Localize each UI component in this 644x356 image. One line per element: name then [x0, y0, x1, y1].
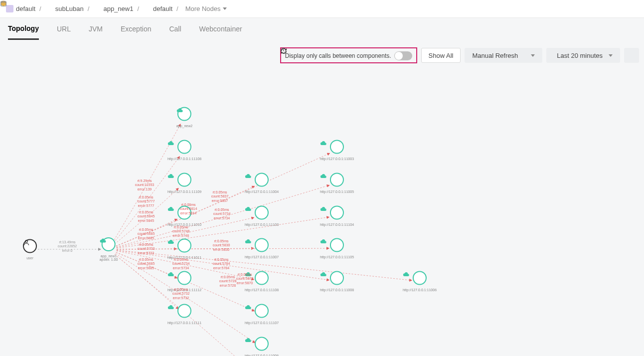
more-nodes-dropdown[interactable]: More Nodes [185, 5, 227, 12]
svg-point-2 [25, 240, 28, 243]
cloud-icon [330, 206, 344, 220]
node-m107[interactable]: http://127.0.0.1:11107 [245, 304, 279, 325]
node-label: http://127.0.0.1:11108 [245, 288, 279, 292]
edge-label: rt:0.05mscount:5685error:5685 [138, 228, 155, 240]
tabs: Topology URL JVM Exception Call Webconta… [0, 18, 644, 40]
node-label: http://127.0.0.1:11007 [245, 255, 279, 259]
cloud-icon [177, 271, 191, 285]
breadcrumb-item-sub[interactable]: subLuban [45, 5, 84, 12]
cloud-icon [177, 107, 191, 121]
tab-webcontainer[interactable]: Webcontainer [199, 18, 242, 40]
node-m04[interactable]: http://127.0.0.1:11004 [245, 173, 279, 193]
node-label: http://127.0.0.1:11111 [167, 321, 201, 325]
node-label: http://127.0.0.1:11005 [320, 190, 354, 193]
edge-label: rt:0.05mscount:5748error:5748 [172, 225, 190, 238]
tab-url[interactable]: URL [57, 18, 71, 40]
node-label: app_new1apdex: 1.00 [100, 254, 118, 261]
breadcrumb: default / subLuban / app_new1 / default … [0, 0, 644, 18]
cloud-icon [255, 304, 269, 318]
node-m06[interactable]: http://127.0.0.1:11006 [245, 337, 279, 356]
node-label: http://127.0.0.1:11109 [167, 190, 201, 193]
node-r05[interactable]: http://127.0.0.1:11005 [320, 173, 354, 193]
cloud-icon [102, 237, 116, 251]
edge-label: rt:0.05mscount:5777error:5777 [138, 195, 155, 208]
user-icon [23, 239, 37, 253]
tab-call[interactable]: Call [169, 18, 181, 40]
edge-label: rt:0.05mscount:5732error:5732 [172, 288, 190, 300]
node-label: http://127.0.0.1:11006 [245, 354, 279, 356]
node-n_app2[interactable]: app_new2 [176, 107, 192, 128]
node-label: http://127.0.0.1:11003 [320, 157, 354, 161]
node-label: http://127.0.0.1:11004 [245, 190, 279, 193]
cloud-icon [255, 206, 269, 220]
breadcrumb-item-root[interactable]: default [6, 5, 35, 12]
cloud-icon [255, 271, 269, 285]
edge-label: rt:9.29mscount:11553error:139 [135, 179, 155, 191]
node-n9[interactable]: http://127.0.0.1:11109 [167, 173, 201, 193]
cube-icon [93, 5, 101, 12]
node-n111[interactable]: http://127.0.0.1:11111 [167, 304, 201, 325]
node-r03[interactable]: http://127.0.0.1:11003 [320, 140, 354, 161]
folder-icon [45, 5, 53, 12]
node-label: http://127.0.0.1:11108 [167, 157, 201, 161]
edge-label: rt:0.05mscount:5728error:5728 [219, 275, 237, 288]
breadcrumb-item-app[interactable]: app_new1 [93, 5, 133, 12]
tab-exception[interactable]: Exception [121, 18, 151, 40]
edge-label: rt:0.05mscount:5837error:5837 [211, 190, 229, 203]
edge-label: rt:0.05mscount:5784error:5784 [213, 258, 230, 270]
node-label: http://127.0.0.1:11105 [320, 255, 354, 259]
edge-label: rt:0.05mscount:5845error:5845 [138, 210, 155, 223]
node-m03[interactable]: http://127.0.0.1:11103 [245, 206, 279, 226]
cloud-icon [255, 173, 269, 187]
node-r105[interactable]: http://127.0.0.1:11105 [320, 238, 354, 259]
node-label: user [23, 256, 37, 260]
edge-label: rt:0.05mscount:5734error:5734 [213, 208, 231, 220]
breadcrumb-item-default[interactable]: default [143, 5, 172, 12]
node-m07[interactable]: http://127.0.0.1:11007 [245, 238, 279, 259]
cloud-icon [177, 304, 191, 318]
namespace-icon [6, 5, 13, 12]
tab-topology[interactable]: Topology [8, 18, 39, 40]
edge-label: rt:0.05mscount:5685error:5685 [138, 258, 155, 270]
cloud-icon [177, 239, 191, 253]
cloud-icon [255, 238, 269, 252]
topology-canvas[interactable]: userapp_new1apdex: 1.00app_new2http://12… [0, 40, 644, 356]
node-label: http://127.0.0.1:11008 [320, 288, 354, 292]
cloud-icon [330, 238, 344, 252]
cloud-icon [255, 337, 269, 351]
node-label: http://127.0.0.1:11104 [320, 223, 354, 226]
edge-label: rt:13.49mscount:22852error:0 [58, 240, 77, 253]
edge-label: rt:0.05mscount:5830error:5830 [213, 239, 230, 252]
node-f06a[interactable]: http://127.0.0.1:11006 [403, 271, 437, 292]
node-app[interactable]: app_new1apdex: 1.00 [100, 237, 118, 261]
node-label: http://127.0.0.1:11103 [245, 223, 279, 226]
node-label: http://127.0.0.1:11006 [403, 288, 437, 292]
cloud-icon [177, 140, 191, 154]
node-r104[interactable]: http://127.0.0.1:11104 [320, 206, 354, 226]
node-r08[interactable]: http://127.0.0.1:11008 [320, 271, 354, 292]
cloud-icon [413, 271, 427, 285]
cloud-icon [330, 140, 344, 154]
edge-label: rt:0.05mscount:5870error:5870 [236, 273, 254, 285]
chevron-down-icon [223, 7, 227, 10]
cloud-icon [330, 173, 344, 187]
edge-label: rt:0.05mscount:5734error:5734 [172, 258, 190, 270]
node-label: app_new2 [176, 124, 192, 128]
calendar-icon [143, 5, 151, 12]
cloud-icon [330, 271, 344, 285]
svg-rect-0 [1, 1, 6, 6]
breadcrumb-sep: / [39, 5, 41, 12]
node-label: http://127.0.0.1:11107 [245, 321, 279, 325]
node-user[interactable]: user [23, 239, 37, 260]
cloud-icon [177, 173, 191, 187]
node-n8[interactable]: http://127.0.0.1:11108 [167, 140, 201, 161]
node-n11[interactable]: http://127.0.0.1:11011 [167, 239, 201, 259]
edge-label: rt:0.05mscount:5733error:5733 [138, 243, 155, 255]
tab-jvm[interactable]: JVM [89, 18, 103, 40]
edge-layer [0, 40, 644, 356]
edge-label: rt:0.08mscount:5814error:5814 [180, 203, 197, 215]
